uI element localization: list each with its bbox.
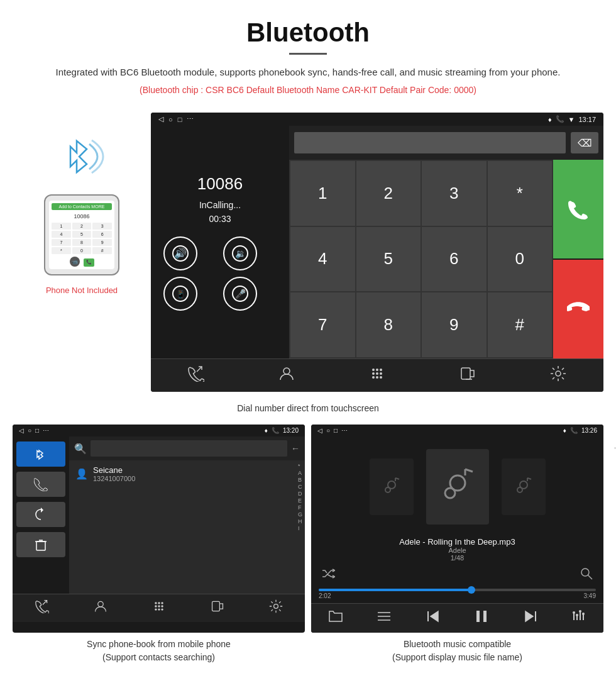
phone-sidebar-button[interactable] (16, 472, 65, 497)
key-hash[interactable]: # (488, 292, 553, 357)
key-2[interactable]: 2 (356, 161, 421, 226)
volume-down-button[interactable]: 🔉 (223, 236, 257, 270)
nav-contacts-icon[interactable] (278, 365, 295, 386)
next-button[interactable] (523, 609, 538, 628)
dial-left: 10086 InCalling... 00:33 🔊 🔉 📱 (151, 126, 289, 358)
svg-rect-19 (461, 368, 470, 379)
bluetooth-sidebar-button[interactable] (16, 441, 65, 467)
delete-sidebar-button[interactable] (16, 532, 65, 557)
pb-nav-back[interactable]: ◁ (19, 427, 24, 434)
music-nav-back[interactable]: ◁ (317, 427, 322, 434)
dial-caption: Dial number direct from touchscreen (237, 403, 379, 413)
key-5[interactable]: 5 (356, 227, 421, 292)
key-star[interactable]: * (488, 161, 553, 226)
mute-button[interactable]: 🎤 (223, 277, 257, 311)
svg-text:📱: 📱 (176, 289, 185, 299)
pb-nav-square[interactable]: □ (35, 427, 39, 434)
nav-calls-icon[interactable] (188, 365, 204, 386)
music-nav-square[interactable]: □ (334, 427, 338, 434)
volume-up-button[interactable]: 🔊 (163, 236, 197, 270)
key-4[interactable]: 4 (290, 227, 355, 292)
nav-back-icon[interactable]: ◁ (158, 115, 163, 123)
svg-point-29 (158, 605, 160, 607)
music-nav-circle[interactable]: ○ (326, 427, 330, 434)
key-1[interactable]: 1 (290, 161, 355, 226)
progress-bar[interactable] (319, 589, 596, 591)
svg-marker-57 (525, 611, 533, 621)
sync-sidebar-button[interactable] (16, 502, 65, 527)
dial-area: 10086 InCalling... 00:33 🔊 🔉 📱 (151, 126, 603, 358)
key-6[interactable]: 6 (422, 227, 487, 292)
play-pause-button[interactable] (474, 609, 489, 628)
svg-line-42 (465, 469, 473, 472)
location-icon: ♦ (548, 116, 552, 123)
pb-nav-dots: ⋯ (43, 427, 49, 434)
music-progress: 2:02 3:49 (311, 589, 603, 603)
pb-location-icon: ♦ (265, 427, 268, 434)
pb-nav-calls-icon[interactable] (35, 599, 49, 617)
folder-icon[interactable] (328, 609, 343, 628)
svg-point-64 (576, 614, 578, 616)
time-total: 3:49 (584, 592, 596, 599)
svg-point-43 (445, 488, 455, 498)
nav-square-icon[interactable]: □ (178, 116, 182, 123)
dial-backspace-button[interactable]: ⌫ (571, 132, 598, 153)
pb-nav-circle[interactable]: ○ (28, 427, 31, 434)
svg-point-27 (161, 602, 163, 604)
nav-circle-icon[interactable]: ○ (168, 116, 173, 123)
svg-point-30 (161, 605, 163, 607)
phone-mockup: Add to Contacts MORE 10086 123 456 789 *… (44, 194, 119, 275)
statusbar-right: ♦ 📞 ▼ 13:17 (548, 115, 596, 123)
svg-rect-55 (476, 611, 480, 622)
svg-point-14 (376, 372, 378, 375)
music-search-button[interactable] (580, 567, 593, 584)
dial-timer: 00:33 (163, 214, 277, 224)
prev-button[interactable] (426, 609, 441, 628)
numpad-keys: 1 2 3 * 4 5 6 0 7 8 9 # (289, 160, 553, 358)
numpad-area: 1 2 3 * 4 5 6 0 7 8 9 # (289, 160, 603, 358)
contact-info: Seicane 13241007000 (93, 465, 135, 482)
pb-nav-contacts-icon[interactable] (94, 599, 107, 617)
dial-input-box[interactable] (294, 132, 566, 153)
svg-point-10 (372, 369, 375, 371)
phone-status-icon: 📞 (556, 115, 564, 123)
progress-thumb[interactable] (468, 586, 475, 594)
statusbar-left: ◁ ○ □ ⋯ (158, 115, 194, 123)
transfer-button[interactable]: 📱 (163, 277, 197, 311)
progress-times: 2:02 3:49 (319, 592, 596, 599)
music-art-right (502, 458, 546, 515)
key-9[interactable]: 9 (422, 292, 487, 357)
svg-point-11 (376, 369, 378, 371)
music-nav-dots: ⋯ (341, 427, 348, 434)
shuffle-button[interactable] (321, 567, 335, 584)
svg-point-39 (385, 487, 390, 492)
bottom-captions: Sync phone-book from mobile phone(Suppor… (13, 638, 603, 664)
phonebook-search-bar[interactable] (91, 440, 287, 457)
page-title: Bluetooth (25, 18, 591, 48)
nav-settings-icon[interactable] (550, 365, 566, 386)
svg-point-24 (97, 601, 102, 606)
pb-nav-settings-icon[interactable] (269, 599, 283, 617)
call-green-button[interactable] (553, 160, 603, 258)
key-3[interactable]: 3 (422, 161, 487, 226)
page-header: Bluetooth Integrated with BC6 Bluetooth … (0, 0, 616, 113)
svg-point-12 (380, 369, 382, 371)
contact-item[interactable]: 👤 Seicane 13241007000 (69, 460, 295, 487)
dial-right: ⌫ 1 2 3 * 4 5 6 0 7 8 (289, 126, 603, 358)
call-red-button[interactable] (553, 260, 603, 358)
pb-nav-dialpad-icon[interactable] (152, 599, 166, 617)
nav-dialpad-icon[interactable] (369, 365, 385, 386)
key-7[interactable]: 7 (290, 292, 355, 357)
nav-transfer-icon[interactable] (459, 365, 476, 386)
contact-number: 13241007000 (93, 475, 135, 482)
pb-nav-transfer-icon[interactable] (211, 599, 224, 617)
svg-point-31 (155, 608, 157, 610)
key-0[interactable]: 0 (488, 227, 553, 292)
phonebook-back-arrow[interactable]: ← (291, 443, 300, 453)
playlist-icon[interactable] (377, 609, 392, 628)
svg-point-26 (158, 602, 160, 604)
equalizer-icon[interactable] (571, 609, 586, 628)
svg-rect-56 (483, 611, 487, 622)
key-8[interactable]: 8 (356, 292, 421, 357)
car-screen-music: ◁ ○ □ ⋯ ♦ 📞 13:26 (311, 425, 603, 633)
